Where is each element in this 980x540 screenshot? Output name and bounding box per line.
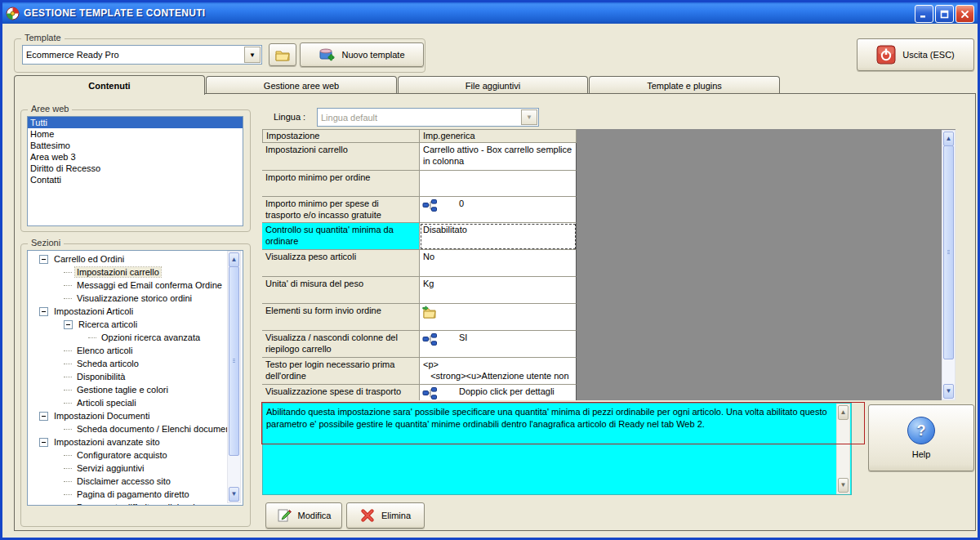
sezioni-tree[interactable]: Carrello ed Ordini Impostazioni carrello…: [27, 250, 243, 506]
setting-value[interactable]: Kg: [420, 277, 577, 304]
list-item[interactable]: Tutti: [28, 117, 243, 128]
setting-value[interactable]: Carrello attivo - Box carrello semplice …: [420, 143, 577, 171]
setting-name[interactable]: Elementi su form invio ordine: [262, 304, 420, 331]
scroll-up-icon[interactable]: ▲: [838, 405, 849, 420]
tree-item[interactable]: Articoli speciali: [64, 396, 138, 409]
tree-item[interactable]: Disponibilità: [64, 370, 127, 383]
setting-value[interactable]: [420, 171, 577, 197]
scroll-down-icon[interactable]: ▼: [229, 487, 239, 502]
scroll-up-icon[interactable]: ▲: [943, 132, 954, 146]
lingua-combobox[interactable]: Lingua default ▼: [317, 108, 539, 127]
tree-item[interactable]: Ricerca articoli: [64, 318, 139, 331]
collapse-icon[interactable]: [39, 255, 48, 264]
setting-value-text: Doppio click per dettagli: [459, 386, 555, 396]
exit-button[interactable]: Uscita (ESC): [857, 38, 974, 71]
elimina-button[interactable]: Elimina: [346, 502, 425, 529]
power-icon: [876, 45, 896, 65]
tree-item[interactable]: Impostazioni carrello: [64, 266, 161, 279]
description-text: Abilitando questa impostazione sara' pos…: [266, 406, 833, 431]
setting-value[interactable]: SI: [420, 331, 577, 358]
template-combobox[interactable]: Ecommerce Ready Pro ▼: [22, 45, 262, 65]
setting-name[interactable]: Importo minimo per spese di trasporto e/…: [262, 197, 420, 223]
setting-value[interactable]: <p> <strong><u>Attenzione utente non: [420, 358, 577, 385]
setting-name[interactable]: Impostazioni carrello: [262, 143, 420, 171]
scroll-down-icon[interactable]: ▼: [838, 478, 849, 493]
tree-item[interactable]: Scheda documento / Elenchi documenti: [64, 422, 237, 435]
tab-gestione-aree-web[interactable]: Gestione aree web: [206, 76, 397, 94]
column-header-impostazione[interactable]: Impostazione: [262, 129, 420, 143]
scroll-thumb[interactable]: [943, 145, 954, 359]
setting-name[interactable]: Unita' di misura del peso: [262, 277, 420, 304]
scroll-up-icon[interactable]: ▲: [229, 252, 239, 267]
setting-value-focused[interactable]: Disabilitato: [420, 223, 577, 250]
scroll-down-icon[interactable]: ▼: [943, 384, 954, 399]
tree-item[interactable]: Messaggi ed Email conferma Ordine: [64, 279, 224, 292]
collapse-icon[interactable]: [39, 438, 48, 447]
tree-item[interactable]: Configuratore acquisto: [64, 449, 169, 462]
setting-name[interactable]: Visualizzazione spese di trasporto per: [262, 385, 420, 400]
new-template-button[interactable]: Nuovo template: [300, 42, 424, 67]
tab-template-e-plugins[interactable]: Template e plugins: [589, 76, 780, 94]
collapse-icon[interactable]: [64, 320, 73, 329]
new-template-icon: [318, 47, 335, 63]
tree-item[interactable]: Pagina di pagamento diretto: [64, 488, 191, 501]
setting-name-highlighted[interactable]: Controllo su quantita' minima da ordinar…: [262, 223, 420, 250]
tree-item[interactable]: Servizi aggiuntivi: [64, 462, 146, 475]
help-button[interactable]: ? Help: [868, 404, 974, 471]
setting-value[interactable]: [420, 304, 577, 331]
tab-file-aggiuntivi[interactable]: File aggiuntivi: [398, 76, 588, 94]
setting-name[interactable]: Testo per login necessario prima dell'or…: [262, 358, 420, 385]
tree-item[interactable]: Impostazioni Documenti: [39, 409, 151, 422]
tab-label: Template e plugins: [647, 81, 722, 91]
setting-name[interactable]: Importo minimo per ordine: [262, 171, 420, 197]
tree-item[interactable]: Visualizzazione storico ordini: [64, 292, 194, 305]
setting-name[interactable]: Visualizza / nascondi colonne del riepil…: [262, 331, 420, 358]
close-button[interactable]: [956, 5, 974, 23]
collapse-icon[interactable]: [39, 412, 48, 421]
scroll-thumb[interactable]: [229, 266, 239, 456]
grid-scrollbar[interactable]: ▲ ▼: [942, 130, 956, 400]
setting-value[interactable]: Doppio click per dettagli: [420, 385, 577, 400]
tree-item[interactable]: Carrello ed Ordini: [39, 252, 126, 266]
setting-value[interactable]: 0: [420, 197, 577, 223]
list-item[interactable]: Battesimo: [28, 140, 243, 151]
setting-value[interactable]: No: [420, 250, 577, 277]
tree-item[interactable]: Scheda articolo: [64, 357, 140, 370]
tree-connector: [64, 403, 72, 404]
title-bar[interactable]: GESTIONE TEMPLATE E CONTENUTI: [2, 2, 978, 24]
list-item[interactable]: Area web 3: [28, 151, 243, 163]
maximize-button[interactable]: [935, 5, 954, 23]
edit-icon: [277, 508, 292, 523]
modifica-button[interactable]: Modifica: [265, 502, 342, 529]
description-scrollbar[interactable]: ▲ ▼: [836, 404, 850, 494]
tab-label: Gestione aree web: [264, 81, 339, 91]
collapse-icon[interactable]: [39, 307, 48, 316]
sezioni-tree-scrollbar[interactable]: ▲ ▼: [227, 251, 241, 503]
tree-item[interactable]: Impostazioni Articoli: [39, 305, 135, 318]
minimize-button[interactable]: [915, 5, 933, 23]
tree-item[interactable]: Elenco articoli: [64, 344, 134, 357]
tree-item[interactable]: Pagamento differito ordini web: [64, 501, 199, 506]
tree-connector: [64, 377, 72, 377]
tree-connector: [64, 390, 72, 390]
list-item[interactable]: Contatti: [28, 174, 243, 185]
setting-name[interactable]: Visualizza peso articoli: [262, 250, 420, 277]
tree-item[interactable]: Impostazioni avanzate sito: [39, 435, 162, 449]
column-header-imp-generica[interactable]: Imp.generica: [420, 129, 577, 143]
tree-item[interactable]: Disclaimer accesso sito: [64, 475, 172, 488]
list-item[interactable]: Diritto di Recesso: [28, 163, 243, 174]
description-box[interactable]: Abilitando questa impostazione sara' pos…: [262, 403, 852, 495]
chevron-down-icon: ▼: [521, 109, 537, 125]
exit-button-label: Uscita (ESC): [902, 50, 955, 60]
new-template-label: Nuovo template: [341, 50, 404, 60]
tree-connector: [64, 494, 72, 495]
tree-item[interactable]: Opzioni ricerca avanzata: [88, 331, 202, 344]
tree-connector: [64, 429, 72, 430]
list-item[interactable]: Home: [28, 128, 243, 140]
aree-web-listbox[interactable]: Tutti Home Battesimo Area web 3 Diritto …: [27, 116, 243, 226]
help-button-label: Help: [912, 449, 931, 459]
tab-contenuti[interactable]: Contenuti: [14, 75, 205, 95]
chevron-down-icon[interactable]: ▼: [244, 47, 261, 63]
open-template-folder-button[interactable]: [269, 43, 296, 66]
tree-item[interactable]: Gestione taglie e colori: [64, 383, 170, 396]
